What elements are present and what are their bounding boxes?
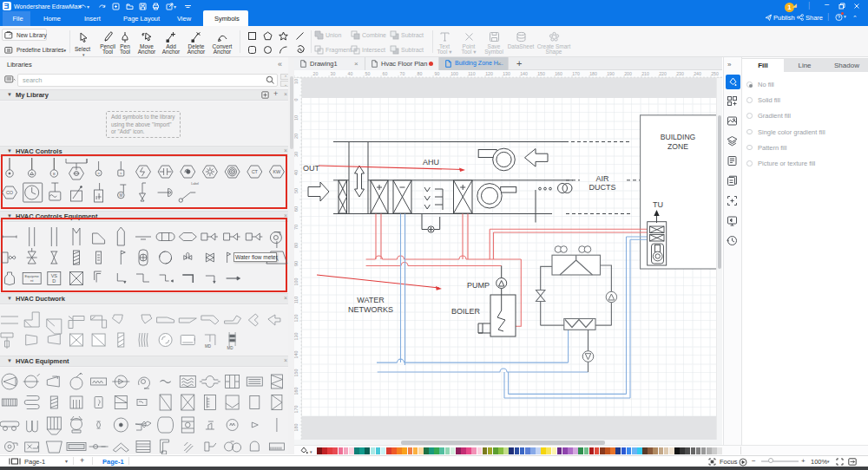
svg-text:130: 130 [503, 71, 510, 76]
svg-text:190: 190 [607, 71, 615, 76]
svg-text:240: 240 [694, 71, 701, 76]
svg-text:110: 110 [294, 297, 299, 304]
svg-text:180: 180 [294, 424, 299, 432]
svg-text:KW: KW [273, 169, 281, 174]
svg-text:70: 70 [294, 225, 299, 230]
svg-text:70: 70 [400, 71, 405, 76]
svg-text:100: 100 [450, 71, 458, 76]
svg-text:80: 80 [294, 243, 299, 248]
svg-text:Label: Label [191, 182, 199, 186]
svg-text:CO: CO [6, 190, 14, 195]
svg-text:90: 90 [435, 71, 440, 76]
svg-text:60: 60 [383, 71, 388, 76]
svg-text:220: 220 [659, 71, 667, 76]
svg-text:AIR: AIR [595, 174, 609, 183]
svg-text:DUCTS: DUCTS [589, 183, 616, 192]
svg-text:TU: TU [653, 200, 663, 209]
svg-text:170: 170 [572, 71, 580, 76]
svg-text:0: 0 [294, 99, 299, 101]
svg-text:o: o [97, 171, 100, 175]
svg-text:AHU: AHU [423, 158, 439, 166]
svg-text:60: 60 [294, 206, 299, 212]
svg-text:140: 140 [294, 351, 299, 359]
svg-text:10: 10 [294, 115, 299, 121]
svg-text:20: 20 [313, 71, 319, 76]
svg-text:40: 40 [348, 71, 353, 76]
svg-text:100: 100 [294, 278, 299, 286]
svg-text:PUMP: PUMP [467, 281, 490, 290]
svg-text:BOILER: BOILER [451, 307, 481, 316]
svg-text:MD: MD [227, 346, 234, 350]
svg-text:20: 20 [294, 134, 299, 139]
svg-text:M: M [119, 193, 122, 198]
svg-text:s: s [120, 171, 122, 175]
svg-text:CT: CT [252, 169, 259, 174]
svg-text:ZONE: ZONE [667, 142, 688, 151]
svg-text:NETWORKS: NETWORKS [348, 305, 393, 314]
svg-text:250: 250 [711, 71, 719, 76]
svg-text:170: 170 [294, 406, 299, 414]
svg-text:120: 120 [485, 71, 493, 76]
svg-text:30: 30 [331, 71, 336, 76]
svg-text:200: 200 [624, 71, 632, 76]
svg-text:160: 160 [555, 71, 562, 76]
svg-text:90: 90 [294, 261, 299, 266]
svg-text:130: 130 [294, 333, 299, 341]
svg-text:OUT: OUT [303, 164, 320, 173]
svg-text:MD: MD [205, 344, 212, 349]
svg-text:WATER: WATER [357, 296, 385, 304]
svg-text:40: 40 [294, 170, 299, 175]
svg-text:50: 50 [365, 71, 371, 76]
svg-text:160: 160 [294, 388, 299, 395]
svg-text:B: B [53, 172, 56, 176]
svg-text:140: 140 [520, 71, 528, 76]
svg-text:30: 30 [294, 152, 299, 157]
svg-text:180: 180 [589, 71, 597, 76]
svg-text:150: 150 [537, 71, 545, 76]
svg-text:210: 210 [641, 71, 649, 76]
svg-text:120: 120 [294, 315, 299, 323]
svg-text:BUILDING: BUILDING [661, 133, 696, 141]
svg-text:50: 50 [294, 188, 299, 193]
svg-text:nt: nt [30, 278, 34, 283]
svg-text:80: 80 [418, 71, 423, 76]
svg-text:150: 150 [294, 369, 299, 377]
svg-text:230: 230 [676, 71, 684, 76]
svg-text:110: 110 [468, 71, 475, 76]
svg-text:D: D [52, 278, 56, 284]
svg-text:10: 10 [294, 79, 299, 84]
